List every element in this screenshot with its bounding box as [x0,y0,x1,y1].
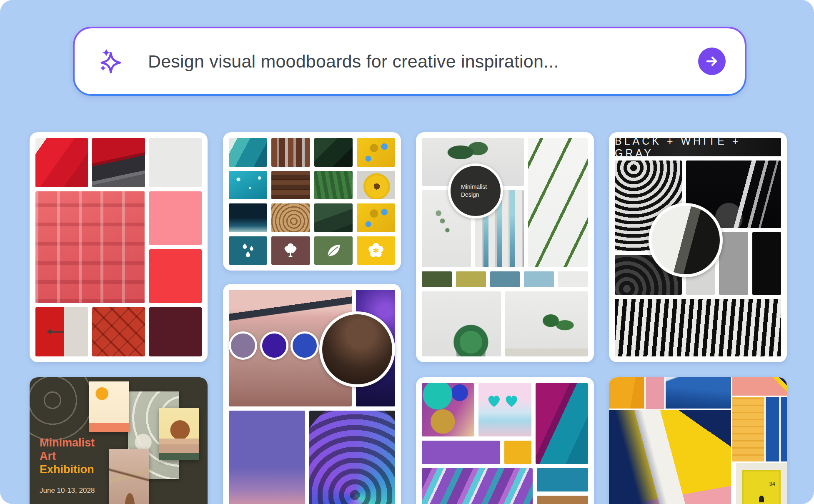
photo-dark-leaves [314,138,353,167]
title-badge: Minimalist Design [448,163,503,218]
color-swatch-wood [271,236,310,265]
color-swatch [149,138,202,187]
photo-yellow-siding [732,397,764,461]
poster-sunset [159,408,199,460]
ferris-wheel-lights [309,411,395,504]
door-number: 34 [769,481,775,487]
color-swatch [456,271,486,287]
title-line: Art [40,450,95,463]
color-swatch [504,441,531,464]
poster-vase-photo [109,449,149,504]
moodboard-card-vivid[interactable] [416,377,594,504]
exhibition-title: Minimalist Art Exhibition [40,436,95,476]
color-swatch [149,191,202,245]
photo-books-plant [505,291,588,356]
color-swatch [524,271,554,287]
door-knocker-icon [759,496,764,502]
photo-yellow-leaves [357,138,395,167]
poster-sun [89,381,129,432]
color-swatch [149,307,202,356]
photo-blue-wall-pipe [766,397,787,461]
photo-wood-planks [271,171,310,200]
photo-salmon-wall [732,377,787,396]
photo-green-succulent [314,171,353,200]
water-drops-icon [238,241,258,260]
color-swatch [558,271,588,287]
sparkles-icon [97,47,126,76]
color-swatch [490,271,520,287]
photo-red-building [35,191,145,303]
photo-ferns [314,203,353,232]
badge-label: Minimalist Design [461,183,490,199]
photo-sunflower [357,171,395,200]
color-swatch-leaf [314,236,353,265]
color-swatch [149,249,202,303]
photo-feathers [536,383,588,464]
photo-ferris-wheel [309,411,395,504]
prompt-bar: Design visual moodboards for creative in… [73,27,746,96]
photo-red-panels [35,138,88,187]
photo-red-cubes [92,307,145,356]
door-panel: 34 [742,470,781,504]
photo-fluid-marble [422,468,533,504]
color-circle [291,331,319,360]
photo-tree-rings [271,203,310,232]
photo-geometric-mural [609,410,731,504]
color-circle [229,331,257,360]
prompt-bar-inner[interactable]: Design visual moodboards for creative in… [75,28,745,94]
arrow-right-icon [705,54,719,68]
exhibition-date: June 10-13, 2028 [40,486,95,495]
submit-button[interactable] [698,48,726,75]
color-swatch [719,232,748,295]
color-swatch-flower [357,236,395,265]
photo-red-arrow-wall [35,307,88,356]
tree-icon [281,241,300,260]
photo-wavy-stripes [615,299,781,356]
leaf-icon [324,241,343,260]
color-swatch [537,468,588,491]
arrow-left-icon [50,331,64,333]
moodboard-card-minimalist[interactable]: Minimalist Design [416,132,594,362]
color-swatch [537,496,588,504]
prompt-input[interactable]: Design visual moodboards for creative in… [148,51,698,72]
moodboard-hero-page: Design visual moodboards for creative in… [0,0,814,504]
photo-blue-mountains [666,377,731,409]
moodboard-card-bw[interactable]: BLACK + WHITE + GRAY [609,132,787,362]
photo-orange-wall [609,377,644,409]
color-swatch-water [229,236,267,265]
photo-bw-circle [649,203,723,277]
title-line: Exhibition [40,463,95,476]
photo-heart-sunglasses [478,383,531,436]
photo-ocean-wave [229,138,267,167]
title-line: Minimalist [40,436,95,450]
moodboard-card-red[interactable] [30,132,208,362]
color-swatch [422,271,452,287]
moodboard-card-purple[interactable] [223,284,401,504]
palette-row [422,271,588,287]
photo-water-bubbles [229,171,267,200]
photo-red-wall [92,138,145,187]
photo-pink-wall [646,377,664,409]
photo-city-dusk [229,411,305,504]
moodboard-card-exhibition[interactable]: Minimalist Art Exhibition June 10-13, 20… [30,377,208,504]
moodboard-card-collage[interactable]: 34 [609,377,787,504]
card-title: BLACK + WHITE + GRAY [615,138,781,156]
photo-redwood-trees [271,138,310,167]
photo-masquerade-mask [422,383,474,436]
photo-dark-sea [229,203,267,232]
color-circle [260,331,288,360]
moodboard-card-nature[interactable] [223,132,401,271]
flower-icon [366,241,386,260]
photo-canyon-circle [319,311,395,387]
photo-succulent-pot [422,291,501,356]
color-swatch [752,232,781,295]
photo-yellow-door: 34 [736,463,787,504]
photo-palm-leaves [528,138,588,267]
photo-yellow-leaves [357,203,395,232]
color-swatch [422,441,500,464]
